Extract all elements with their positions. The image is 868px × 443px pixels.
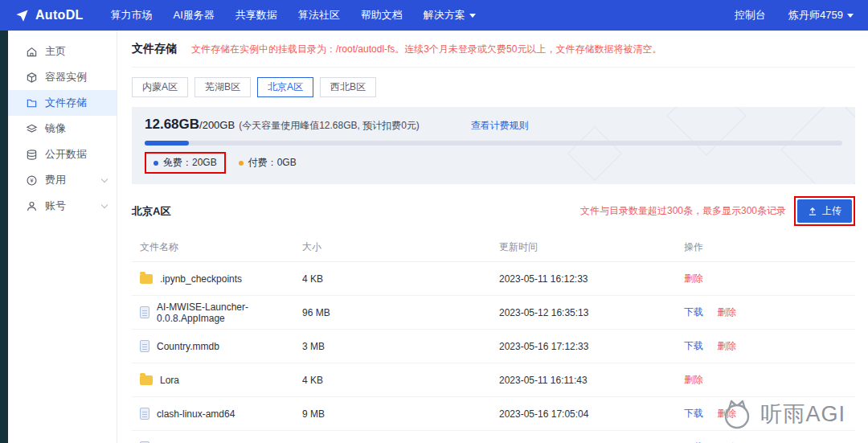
table-row: Lora 4 KB 2023-05-11 16:11:43 删除: [132, 363, 855, 397]
region-tab-label: 芜湖B区: [205, 81, 240, 92]
region-tab[interactable]: 北京A区: [257, 77, 313, 97]
file-updated: 2023-05-16 17:05:04: [499, 397, 684, 431]
sidebar-item-account[interactable]: 账号: [8, 193, 117, 219]
delete-link[interactable]: 删除: [717, 340, 736, 351]
download-link[interactable]: 下载: [684, 306, 703, 318]
file-size: 9 MB: [302, 397, 499, 431]
delete-link[interactable]: 删除: [684, 273, 703, 284]
sidebar-item-label: 镜像: [45, 121, 66, 136]
file-icon: [140, 306, 149, 318]
download-link[interactable]: 下载: [684, 408, 703, 419]
storage-usage-note: (今天容量使用峰值12.68GB, 预计扣费0元): [239, 119, 420, 133]
username: 炼丹师4759: [788, 8, 843, 23]
main-content: 文件存储 文件存储在实例中的挂载目录为：/root/autodl-fs。连续3个…: [117, 31, 868, 443]
billing-rules-link[interactable]: 查看计费规则: [471, 119, 529, 133]
file-size: 4 KB: [302, 262, 499, 296]
file-size: 4 KB: [302, 363, 499, 397]
user-menu[interactable]: 炼丹师4759: [788, 8, 854, 23]
chevron-down-icon: [101, 175, 108, 182]
region-tab-label: 北京A区: [268, 81, 303, 92]
nav-item[interactable]: AI服务器: [174, 8, 215, 23]
console-label: 控制台: [735, 8, 766, 23]
console-link[interactable]: 控制台: [735, 8, 766, 23]
sidebar-item-images[interactable]: 镜像: [8, 116, 117, 142]
account-icon: [26, 200, 38, 212]
nav-item-label: 算法社区: [298, 8, 340, 23]
file-name: clash-linux-amd64: [157, 408, 235, 420]
brand-name: AutoDL: [35, 8, 84, 23]
region-tab-label: 西北B区: [330, 81, 366, 92]
sidebar-item-instances[interactable]: 容器实例: [8, 64, 117, 90]
billing-icon: ¥: [26, 174, 38, 187]
storage-progress-bar: [145, 141, 842, 146]
file-name: .ipynb_checkpoints: [160, 273, 242, 285]
file-size: 3 MB: [302, 330, 499, 363]
sidebar-item-label: 容器实例: [45, 70, 87, 84]
sidebar-item-home[interactable]: 主页: [8, 39, 117, 64]
sidebar: 主页 容器实例 文件存储 镜像 公开数据 ¥ 费用: [8, 31, 117, 443]
navbar-right: 控制台 炼丹师4759: [735, 8, 854, 23]
file-size: 359 MB: [302, 431, 499, 443]
file-section-region-title: 北京A区: [132, 204, 170, 219]
folder-icon: [140, 274, 153, 284]
file-name: AI-MWISE-Launcher-0.0.8.AppImage: [157, 301, 302, 324]
free-quota-label: 免费：20GB: [163, 156, 217, 170]
table-row: codeformer.pth 359 MB 2023-05-12 22:53:3…: [132, 431, 855, 443]
top-navbar: AutoDL 算力市场 AI服务器 共享数据 算法社区 帮助文档 解决方案 控制…: [0, 0, 868, 31]
sidebar-item-billing[interactable]: ¥ 费用: [8, 167, 117, 193]
nav-item-label: 共享数据: [235, 8, 277, 23]
watermark: 听雨AGI: [720, 398, 845, 430]
table-row: AI-MWISE-Launcher-0.0.8.AppImage 96 MB 2…: [132, 296, 855, 330]
region-tab[interactable]: 内蒙A区: [132, 77, 188, 97]
upload-button[interactable]: 上传: [797, 199, 852, 223]
region-tabs: 内蒙A区 芜湖B区 北京A区 西北B区: [132, 77, 855, 97]
tingyu-agi-logo-icon: [720, 398, 754, 430]
paid-quota-legend: 付费：0GB: [239, 156, 297, 170]
region-tab[interactable]: 芜湖B区: [194, 77, 251, 97]
column-header-actions: 操作: [684, 233, 855, 262]
file-updated: 2023-05-11 16:11:43: [499, 363, 684, 397]
storage-usage-panel: 12.68GB /200GB (今天容量使用峰值12.68GB, 预计扣费0元)…: [132, 107, 855, 184]
chevron-down-icon: [101, 201, 108, 207]
delete-link[interactable]: 删除: [684, 374, 703, 385]
sidebar-item-public-data[interactable]: 公开数据: [8, 142, 117, 167]
upload-button-label: 上传: [822, 204, 841, 218]
nav-item-label: AI服务器: [174, 8, 215, 23]
folder-icon: [140, 375, 153, 385]
storage-progress-fill: [145, 141, 189, 146]
storage-total-value: /200GB: [199, 119, 235, 131]
nav-item[interactable]: 帮助文档: [361, 8, 403, 23]
nav-item[interactable]: 解决方案: [424, 8, 476, 23]
file-name: Country.mmdb: [157, 341, 219, 352]
brand[interactable]: AutoDL: [14, 8, 84, 23]
sidebar-item-label: 账号: [45, 199, 66, 213]
main-nav: 算力市场 AI服务器 共享数据 算法社区 帮助文档 解决方案: [111, 8, 476, 23]
nav-item[interactable]: 算力市场: [111, 8, 153, 23]
nav-item-label: 解决方案: [424, 8, 465, 23]
nav-item[interactable]: 共享数据: [235, 8, 277, 23]
file-updated: 2023-05-16 17:12:33: [499, 330, 684, 363]
free-quota-dot-icon: [154, 161, 158, 166]
table-row: .ipynb_checkpoints 4 KB 2023-05-11 16:12…: [132, 262, 855, 296]
paid-quota-label: 付费：0GB: [248, 156, 297, 170]
file-updated: 2023-05-11 16:12:33: [499, 262, 684, 296]
upload-icon: [808, 207, 817, 216]
nav-item-label: 算力市场: [111, 8, 153, 23]
nav-item-label: 帮助文档: [361, 8, 403, 23]
file-storage-icon: [26, 97, 38, 109]
column-header-size: 大小: [302, 233, 499, 262]
region-tab[interactable]: 西北B区: [320, 77, 376, 97]
region-tab-label: 内蒙A区: [142, 81, 178, 92]
sidebar-item-label: 主页: [45, 44, 66, 59]
annotation-box-upload: 上传: [794, 196, 855, 226]
file-updated: 2023-05-12 22:53:33: [499, 431, 684, 443]
column-header-updated: 更新时间: [499, 233, 684, 262]
nav-item[interactable]: 算法社区: [298, 8, 340, 23]
download-link[interactable]: 下载: [684, 340, 703, 351]
delete-link[interactable]: 删除: [717, 306, 736, 318]
file-limit-notice: 文件与目录数量超过300条，最多显示300条记录: [580, 204, 786, 218]
caret-down-icon: [469, 14, 476, 18]
file-size: 96 MB: [302, 296, 499, 330]
container-instance-icon: [26, 72, 38, 84]
sidebar-item-file-storage[interactable]: 文件存储: [8, 90, 117, 116]
